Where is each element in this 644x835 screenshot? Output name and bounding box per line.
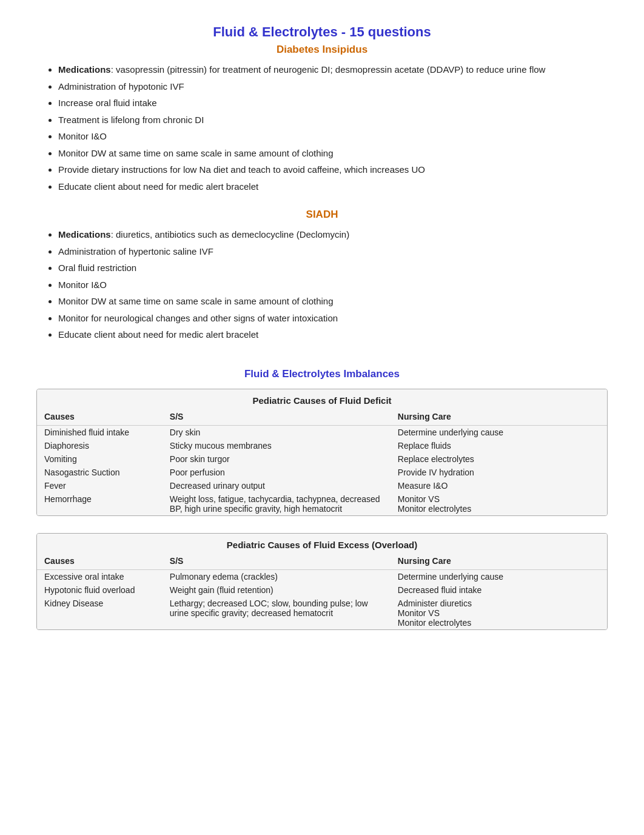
cell-ss: Decreased urinary output: [163, 479, 391, 492]
list-item: Increase oral fluid intake: [58, 95, 608, 111]
list-item: Medications: diuretics, antibiotics such…: [58, 227, 608, 243]
cell-nursing: Determine underlying cause: [391, 425, 607, 439]
list-item: Monitor for neurological changes and oth…: [58, 310, 608, 326]
cell-nursing: Replace fluids: [391, 439, 607, 452]
table-row: Hemorrhage Weight loss, fatigue, tachyca…: [37, 492, 607, 515]
fluid-deficit-table: Causes S/S Nursing Care Diminished fluid…: [37, 409, 607, 515]
table-row: Vomiting Poor skin turgor Replace electr…: [37, 452, 607, 466]
cell-nursing: Administer diureticsMonitor VSMonitor el…: [391, 597, 607, 629]
cell-nursing: Decreased fluid intake: [391, 583, 607, 597]
siadh-list: Medications: diuretics, antibiotics such…: [58, 227, 608, 343]
cell-causes: Hemorrhage: [37, 492, 163, 515]
col-header-causes: Causes: [37, 554, 163, 570]
list-item: Treatment is lifelong from chronic DI: [58, 112, 608, 128]
fluid-excess-table: Causes S/S Nursing Care Excessive oral i…: [37, 554, 607, 629]
cell-nursing: Determine underlying cause: [391, 569, 607, 583]
list-item: Monitor DW at same time on same scale in…: [58, 146, 608, 161]
table-row: Kidney Disease Lethargy; decreased LOC; …: [37, 597, 607, 629]
diabetes-insipidus-section: Diabetes Insipidus Medications: vasopres…: [36, 44, 608, 194]
cell-nursing: Measure I&O: [391, 479, 607, 492]
cell-ss: Lethargy; decreased LOC; slow, bounding …: [163, 597, 391, 629]
col-header-ss: S/S: [163, 409, 391, 426]
cell-ss: Poor perfusion: [163, 466, 391, 479]
table-row: Diminished fluid intake Dry skin Determi…: [37, 425, 607, 439]
col-header-causes: Causes: [37, 409, 163, 426]
fluid-deficit-table-container: Pediatric Causes of Fluid Deficit Causes…: [36, 389, 608, 516]
table-row: Nasogastric Suction Poor perfusion Provi…: [37, 466, 607, 479]
list-item: Medications: vasopressin (pitressin) for…: [58, 62, 608, 78]
col-header-nursing: Nursing Care: [391, 409, 607, 426]
siadh-title: SIADH: [36, 209, 608, 221]
col-header-ss: S/S: [163, 554, 391, 570]
diabetes-insipidus-list: Medications: vasopressin (pitressin) for…: [58, 62, 608, 194]
fluid-deficit-table-title: Pediatric Causes of Fluid Deficit: [37, 389, 607, 409]
cell-ss: Weight gain (fluid retention): [163, 583, 391, 597]
cell-causes: Nasogastric Suction: [37, 466, 163, 479]
table-row: Excessive oral intake Pulmonary edema (c…: [37, 569, 607, 583]
imbalances-title: Fluid & Electrolytes Imbalances: [36, 368, 608, 380]
cell-causes: Hypotonic fluid overload: [37, 583, 163, 597]
cell-causes: Fever: [37, 479, 163, 492]
list-item: Monitor I&O: [58, 129, 608, 144]
list-item: Educate client about need for medic aler…: [58, 179, 608, 195]
list-item: Monitor DW at same time on same scale in…: [58, 293, 608, 309]
cell-nursing: Provide IV hydration: [391, 466, 607, 479]
fluid-excess-table-container: Pediatric Causes of Fluid Excess (Overlo…: [36, 533, 608, 630]
col-header-nursing: Nursing Care: [391, 554, 607, 570]
cell-causes: Vomiting: [37, 452, 163, 466]
list-item: Oral fluid restriction: [58, 260, 608, 276]
siadh-section: SIADH Medications: diuretics, antibiotic…: [36, 209, 608, 343]
cell-ss: Weight loss, fatigue, tachycardia, tachy…: [163, 492, 391, 515]
cell-causes: Diminished fluid intake: [37, 425, 163, 439]
fluid-excess-table-title: Pediatric Causes of Fluid Excess (Overlo…: [37, 534, 607, 554]
diabetes-insipidus-title: Diabetes Insipidus: [36, 44, 608, 56]
cell-ss: Dry skin: [163, 425, 391, 439]
cell-causes: Kidney Disease: [37, 597, 163, 629]
cell-nursing: Replace electrolytes: [391, 452, 607, 466]
cell-causes: Diaphoresis: [37, 439, 163, 452]
table-row: Hypotonic fluid overload Weight gain (fl…: [37, 583, 607, 597]
list-item: Monitor I&O: [58, 277, 608, 293]
cell-ss: Pulmonary edema (crackles): [163, 569, 391, 583]
cell-nursing: Monitor VSMonitor electrolytes: [391, 492, 607, 515]
list-item: Educate client about need for medic aler…: [58, 327, 608, 343]
table-row: Diaphoresis Sticky mucous membranes Repl…: [37, 439, 607, 452]
list-item: Provide dietary instructions for low Na …: [58, 162, 608, 178]
cell-ss: Sticky mucous membranes: [163, 439, 391, 452]
cell-causes: Excessive oral intake: [37, 569, 163, 583]
cell-ss: Poor skin turgor: [163, 452, 391, 466]
list-item: Administration of hypotonic IVF: [58, 79, 608, 95]
table-row: Fever Decreased urinary output Measure I…: [37, 479, 607, 492]
page-title: Fluid & Electrolytes - 15 questions: [36, 24, 608, 40]
list-item: Administration of hypertonic saline IVF: [58, 244, 608, 260]
